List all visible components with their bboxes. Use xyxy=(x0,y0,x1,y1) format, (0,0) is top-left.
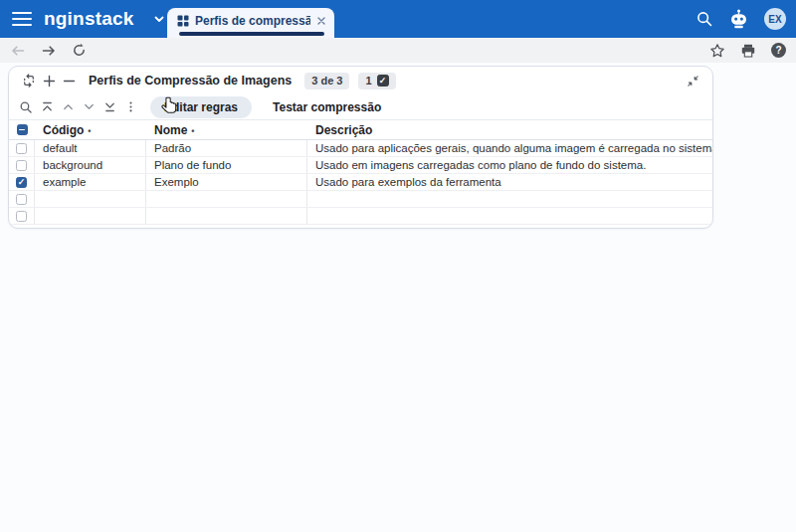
table-row[interactable]: default Padrão Usado para aplicações ger… xyxy=(9,140,712,157)
chevron-down-icon[interactable] xyxy=(152,12,166,26)
cell-descricao xyxy=(307,191,712,207)
column-header-codigo[interactable]: Código • xyxy=(35,123,146,137)
cell-descricao xyxy=(307,208,712,224)
row-checkbox[interactable] xyxy=(16,160,27,171)
cell-nome: Exemplo xyxy=(146,174,307,190)
test-compression-button[interactable]: Testar compressão xyxy=(261,96,393,118)
cell-codigo xyxy=(35,208,146,224)
compression-profiles-panel: Perfis de Compressão de Imagens 3 de 3 1 xyxy=(8,66,713,229)
sort-marker: • xyxy=(191,126,194,136)
cell-nome: Plano de fundo xyxy=(146,157,307,173)
tab-close-icon[interactable] xyxy=(316,16,326,26)
forward-icon[interactable] xyxy=(41,43,57,59)
remove-record-icon[interactable] xyxy=(59,75,79,88)
table-header-row: Código • Nome • Descrição xyxy=(9,120,712,140)
panel-title: Perfis de Compressão de Imagens xyxy=(89,74,292,88)
table-search-icon[interactable] xyxy=(17,98,35,116)
go-next-icon[interactable] xyxy=(80,98,98,116)
assistant-robot-icon[interactable] xyxy=(727,8,750,31)
favorite-star-icon[interactable] xyxy=(709,43,725,59)
column-label: Descrição xyxy=(315,123,372,137)
row-checkbox[interactable] xyxy=(16,194,27,205)
row-checkbox[interactable] xyxy=(16,211,27,222)
table-row[interactable] xyxy=(9,208,712,225)
table-row[interactable]: example Exemplo Usado para exemplos da f… xyxy=(9,174,712,191)
cell-codigo: example xyxy=(35,174,146,190)
table-row[interactable]: background Plano de fundo Usado em image… xyxy=(9,157,712,174)
back-icon[interactable] xyxy=(10,43,26,59)
column-header-descricao[interactable]: Descrição xyxy=(307,123,712,137)
search-icon[interactable] xyxy=(696,10,713,28)
grid-icon xyxy=(177,15,189,27)
user-avatar[interactable]: EX xyxy=(764,8,786,30)
help-icon[interactable]: ? xyxy=(771,43,786,58)
cell-codigo: default xyxy=(35,140,146,156)
go-last-icon[interactable] xyxy=(100,98,118,116)
go-first-icon[interactable] xyxy=(38,98,56,116)
tab-title: Perfis de compressão de image… xyxy=(195,14,310,28)
column-label: Código xyxy=(43,123,84,137)
cell-descricao: Usado para exemplos da ferramenta xyxy=(307,174,712,190)
cell-codigo: background xyxy=(35,157,146,173)
cell-descricao: Usado em imagens carregadas como plano d… xyxy=(307,157,712,173)
column-label: Nome xyxy=(154,123,187,137)
main-content: Perfis de Compressão de Imagens 3 de 3 1 xyxy=(0,63,796,532)
sort-marker: • xyxy=(88,126,91,136)
selected-count-badge: 1 xyxy=(358,73,395,89)
panel-toolbar: Editar regras Testar compressão xyxy=(9,94,712,119)
row-checkbox[interactable] xyxy=(16,177,27,188)
tab-perfis-compressao[interactable]: Perfis de compressão de image… xyxy=(167,8,334,38)
header-actions: EX xyxy=(696,0,786,38)
collapse-panel-icon[interactable] xyxy=(683,75,702,88)
hamburger-menu-icon[interactable] xyxy=(12,12,32,26)
record-count-badge: 3 de 3 xyxy=(304,73,349,89)
cell-codigo xyxy=(35,191,146,207)
go-previous-icon[interactable] xyxy=(59,98,77,116)
select-all-checkbox[interactable] xyxy=(17,124,28,135)
row-checkbox[interactable] xyxy=(16,143,27,154)
tab-scrollbar-thumb[interactable] xyxy=(179,32,324,36)
print-icon[interactable] xyxy=(740,43,756,59)
refresh-icon[interactable] xyxy=(72,43,87,58)
add-record-icon[interactable] xyxy=(39,75,59,88)
cell-nome xyxy=(146,191,307,207)
edit-rules-button[interactable]: Editar regras xyxy=(150,96,252,118)
more-options-kebab-icon[interactable] xyxy=(121,98,139,116)
app-header: nginstack Perfis de compressão de image… xyxy=(0,0,796,38)
selected-count-value: 1 xyxy=(365,75,371,87)
navigation-bar: ? xyxy=(0,38,796,63)
reload-record-icon[interactable] xyxy=(19,74,39,88)
column-header-nome[interactable]: Nome • xyxy=(146,123,307,137)
cell-descricao: Usado para aplicações gerais, quando alg… xyxy=(307,140,712,156)
selected-checkbox-icon xyxy=(377,75,389,87)
cell-nome: Padrão xyxy=(146,140,307,156)
brand-logo: nginstack xyxy=(44,8,134,30)
panel-header: Perfis de Compressão de Imagens 3 de 3 1 xyxy=(9,67,712,94)
cell-nome xyxy=(146,208,307,224)
table-row[interactable] xyxy=(9,191,712,208)
profiles-table: Código • Nome • Descrição default Padrão… xyxy=(9,119,712,228)
table-body: default Padrão Usado para aplicações ger… xyxy=(9,140,712,225)
